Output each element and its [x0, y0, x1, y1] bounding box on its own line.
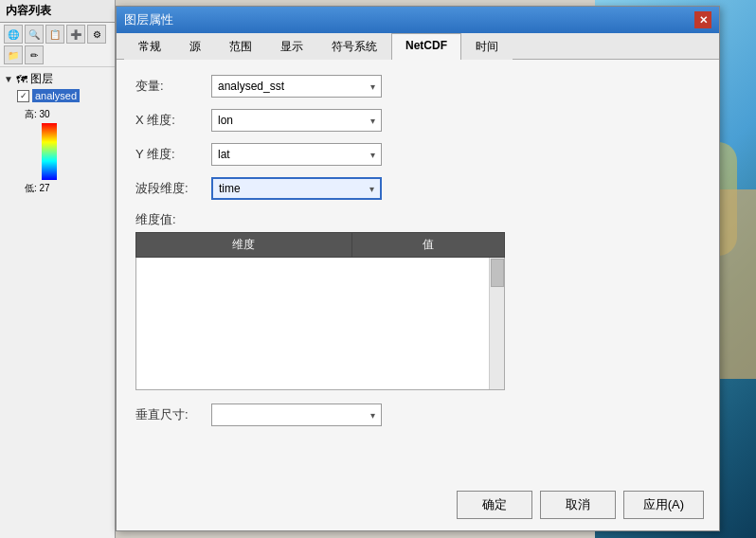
- left-panel: 内容列表 🌐 🔍 📋 ➕ ⚙ 📁 ✏ ▼ 🗺 图层 analysed 高: 30…: [0, 0, 116, 538]
- variable-dropdown-arrow: ▾: [370, 81, 375, 92]
- tab-shijian[interactable]: 时间: [461, 33, 513, 60]
- tab-yuan[interactable]: 源: [175, 33, 215, 60]
- layer-group-icon: 🗺: [16, 73, 27, 86]
- toolbar-btn-zoom[interactable]: 🔍: [25, 25, 44, 44]
- dialog-titlebar: 图层属性 ✕: [117, 7, 719, 33]
- variable-row: 变量: analysed_sst ▾: [135, 75, 700, 98]
- color-ramp: [42, 123, 57, 180]
- x-dim-value: lon: [218, 114, 233, 127]
- variable-label: 变量:: [135, 78, 211, 95]
- y-dim-row: Y 维度: lat ▾: [135, 143, 700, 166]
- toolbar-btn-extra2[interactable]: ✏: [25, 45, 44, 64]
- y-dim-select-wrapper: lat ▾: [211, 143, 382, 166]
- high-label: 高: 30: [25, 109, 50, 119]
- x-dim-row: X 维度: lon ▾: [135, 109, 700, 132]
- y-dim-label: Y 维度:: [135, 146, 211, 163]
- cancel-button[interactable]: 取消: [540, 491, 616, 519]
- layer-group-label: 图层: [30, 71, 53, 87]
- tab-bar: 常规 源 范围 显示 符号系统 NetCDF 时间: [117, 33, 719, 60]
- layer-properties-dialog: 图层属性 ✕ 常规 源 范围 显示 符号系统 NetCDF 时间 变量: ana…: [116, 6, 720, 531]
- layer-checkbox[interactable]: [17, 90, 29, 102]
- x-dim-label: X 维度:: [135, 112, 211, 129]
- apply-button[interactable]: 应用(A): [623, 491, 704, 519]
- band-dim-select[interactable]: time ▾: [211, 177, 382, 200]
- table-scrollbar[interactable]: [489, 258, 504, 390]
- band-dim-row: 波段维度: time ▾: [135, 177, 700, 200]
- col-header-val: 值: [351, 233, 504, 258]
- col-header-dim: 维度: [136, 233, 352, 258]
- toolbar-btn-extra1[interactable]: 📁: [4, 45, 23, 64]
- layer-label: analysed: [32, 89, 80, 102]
- dialog-body: 变量: analysed_sst ▾ X 维度: lon ▾ Y 维度:: [117, 60, 719, 441]
- panel-title: 内容列表: [0, 0, 115, 23]
- layer-group[interactable]: ▼ 🗺 图层: [4, 71, 111, 87]
- y-dim-dropdown-arrow: ▾: [370, 150, 375, 160]
- dialog-footer: 确定 取消 应用(A): [457, 491, 704, 519]
- dialog-title: 图层属性: [124, 11, 173, 28]
- tab-netcdf[interactable]: NetCDF: [391, 33, 461, 60]
- tab-fuhao[interactable]: 符号系统: [317, 33, 391, 60]
- table-body[interactable]: [135, 258, 505, 390]
- left-toolbar: 🌐 🔍 📋 ➕ ⚙ 📁 ✏: [0, 23, 115, 67]
- band-dim-value: time: [219, 182, 241, 195]
- variable-value: analysed_sst: [218, 80, 284, 93]
- x-dim-dropdown-arrow: ▾: [370, 116, 375, 126]
- variable-select-wrapper: analysed_sst ▾: [211, 75, 382, 98]
- close-button[interactable]: ✕: [694, 11, 711, 28]
- band-dim-dropdown-arrow: ▾: [369, 184, 374, 194]
- dim-table: 维度 值: [135, 232, 505, 258]
- vertical-scale-select[interactable]: ▾: [211, 404, 382, 426]
- toolbar-btn-globe[interactable]: 🌐: [4, 25, 23, 44]
- expand-arrow: ▼: [4, 74, 13, 84]
- variable-select[interactable]: analysed_sst ▾: [211, 75, 382, 98]
- vertical-scale-select-wrapper: ▾: [211, 404, 382, 426]
- vertical-scale-dropdown-arrow: ▾: [370, 410, 375, 421]
- toolbar-btn-more[interactable]: ⚙: [87, 25, 106, 44]
- band-dim-label: 波段维度:: [135, 180, 211, 197]
- dim-values-section: 维度值: 维度 值: [135, 211, 700, 390]
- tab-fanwei[interactable]: 范围: [215, 33, 266, 60]
- confirm-button[interactable]: 确定: [457, 491, 532, 519]
- tab-changgui[interactable]: 常规: [124, 33, 175, 60]
- band-dim-select-wrapper: time ▾: [211, 177, 382, 200]
- y-dim-value: lat: [218, 148, 230, 161]
- dim-values-label: 维度值:: [135, 211, 700, 228]
- toolbar-btn-layers[interactable]: 📋: [45, 25, 64, 44]
- low-label: 低: 27: [25, 182, 111, 195]
- vertical-scale-label: 垂直尺寸:: [135, 406, 211, 423]
- y-dim-select[interactable]: lat ▾: [211, 143, 382, 166]
- layer-tree: ▼ 🗺 图层 analysed 高: 30 低: 27: [0, 67, 115, 199]
- layer-item[interactable]: analysed: [4, 89, 111, 102]
- x-dim-select-wrapper: lon ▾: [211, 109, 382, 132]
- tab-xianshi[interactable]: 显示: [266, 33, 317, 60]
- vertical-scale-row: 垂直尺寸: ▾: [135, 404, 700, 426]
- x-dim-select[interactable]: lon ▾: [211, 109, 382, 132]
- toolbar-btn-add[interactable]: ➕: [66, 25, 85, 44]
- scrollbar-thumb[interactable]: [491, 259, 504, 287]
- legend-area: 高: 30 低: 27: [4, 106, 111, 195]
